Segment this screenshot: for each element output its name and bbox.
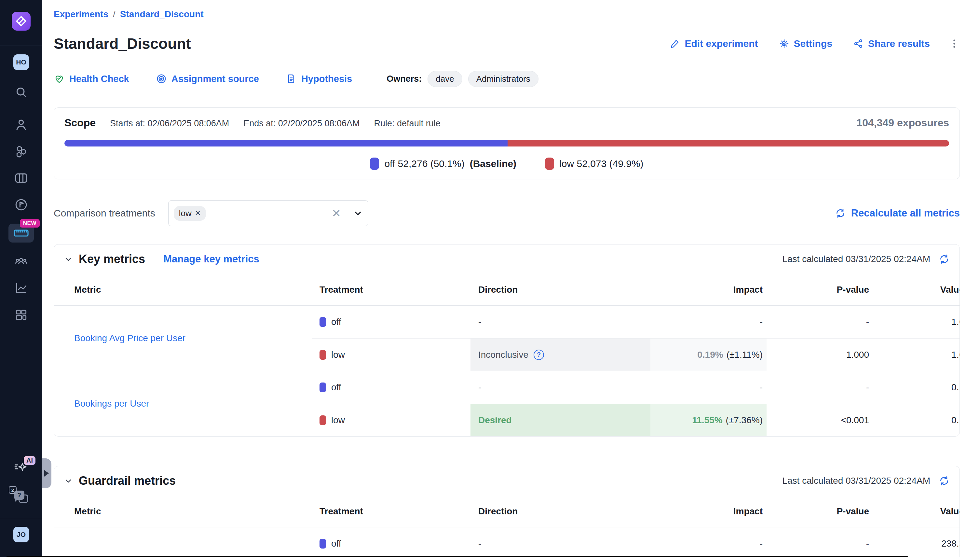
kebab-menu-icon (949, 38, 960, 49)
help-chat-icon[interactable]: ? 2 (13, 489, 29, 505)
impact-cell: 0.19% (±1.11%) (650, 338, 767, 371)
scope-header: Scope Starts at: 02/06/2025 08:06AM Ends… (64, 117, 949, 129)
search-icon[interactable] (13, 84, 29, 100)
impact-cell: - (650, 371, 767, 404)
ai-assistant-icon[interactable]: AI (13, 460, 29, 476)
column-header-value: Value (876, 495, 959, 527)
key-metrics-card: Key metrics Manage key metrics Last calc… (54, 244, 960, 436)
gear-icon (779, 38, 789, 49)
more-options-button[interactable] (949, 38, 960, 49)
refresh-icon[interactable] (939, 475, 950, 486)
flag-circle-icon[interactable] (13, 197, 29, 213)
value-cell: 0.1 (876, 371, 959, 404)
owners-label: Owners: (387, 74, 422, 84)
help-circle-icon[interactable]: ? (534, 350, 544, 360)
column-header-direction: Direction (470, 274, 650, 305)
metric-row-group: Average Downloads Promoters Alert off - … (54, 528, 959, 557)
impact-cell: 11.55% (±7.36%) (650, 404, 767, 436)
chevron-down-icon[interactable] (353, 208, 363, 218)
direction-cell: - (470, 528, 650, 557)
sidebar-item-experiments[interactable]: NEW (8, 224, 34, 243)
assignment-source-link[interactable]: Assignment source (156, 73, 259, 84)
dashboard-grid-icon[interactable] (13, 307, 29, 322)
pvalue-cell: <0.001 (767, 404, 876, 436)
owner-chip[interactable]: Administrators (468, 71, 538, 87)
allocation-bar-low (507, 140, 949, 147)
column-header-treatment: Treatment (312, 274, 470, 305)
comparison-treatments-select[interactable]: low ✕ ✕ (168, 200, 368, 226)
ruler-icon (13, 228, 29, 238)
table-header: Metric Treatment Direction Impact P-valu… (54, 274, 959, 306)
heart-check-icon (54, 73, 65, 84)
scope-rule: Rule: default rule (374, 119, 440, 129)
column-header-impact: Impact (650, 495, 767, 527)
share-icon (853, 38, 863, 49)
breadcrumb-current[interactable]: Standard_Discount (120, 9, 204, 20)
column-header-direction: Direction (470, 495, 650, 527)
settings-button[interactable]: Settings (779, 38, 832, 49)
direction-cell-inconclusive: Inconclusive ? (470, 338, 650, 371)
treatment-chip-low[interactable]: low ✕ (174, 206, 206, 221)
value-cell: 1.0 (876, 306, 959, 338)
owners-group: Owners: dave Administrators (387, 71, 538, 87)
value-cell: 238.3 (876, 528, 959, 557)
treatment-cell: off (312, 371, 470, 404)
statsig-logo-icon[interactable] (12, 12, 31, 31)
metric-row-group: Booking Avg Price per User off - - - 1.0… (54, 306, 959, 371)
guardrail-metrics-header: Guardrail metrics Last calculated 03/31/… (54, 466, 959, 495)
share-results-button[interactable]: Share results (853, 38, 930, 49)
user-icon[interactable] (13, 117, 29, 132)
column-header-metric: Metric (54, 495, 312, 527)
treatment-cell: off (312, 306, 470, 338)
metric-row-group: Bookings per User off - - - 0.1 low Desi… (54, 371, 959, 436)
treatment-swatch-off (320, 317, 326, 327)
sidebar-expand-handle[interactable] (42, 458, 51, 488)
workspace-avatar[interactable]: HO (13, 54, 29, 70)
user-avatar[interactable]: JO (13, 527, 29, 542)
title-row: Standard_Discount Edit experiment Settin… (54, 34, 960, 53)
scope-card: Scope Starts at: 02/06/2025 08:06AM Ends… (54, 107, 960, 179)
edit-experiment-button[interactable]: Edit experiment (670, 38, 758, 49)
direction-cell: - (470, 371, 650, 404)
allocation-bar-off (64, 140, 507, 147)
people-group-icon[interactable] (13, 254, 29, 269)
meta-row: Health Check Assignment source Hypothesi… (54, 71, 960, 86)
refresh-icon (835, 208, 846, 219)
health-check-link[interactable]: Health Check (54, 73, 129, 84)
sidebar-nav: NEW (8, 84, 34, 322)
hypothesis-link[interactable]: Hypothesis (286, 73, 352, 84)
treatment-cell: low (312, 338, 470, 371)
comparison-label: Comparison treatments (54, 208, 155, 219)
pvalue-cell: 1.000 (767, 338, 876, 371)
columns-icon[interactable] (13, 170, 29, 186)
impact-cell: - (650, 528, 767, 557)
last-calculated-text: Last calculated 03/31/2025 02:24AM (782, 476, 930, 486)
treatment-cell: low (312, 404, 470, 436)
line-chart-icon[interactable] (13, 280, 29, 296)
refresh-icon[interactable] (939, 254, 950, 265)
hexagons-icon[interactable] (13, 143, 29, 159)
collapse-chevron-icon[interactable] (64, 476, 73, 485)
page-title: Standard_Discount (54, 34, 191, 53)
breadcrumb-experiments[interactable]: Experiments (54, 9, 108, 20)
manage-key-metrics-link[interactable]: Manage key metrics (163, 253, 259, 265)
key-metrics-header: Key metrics Manage key metrics Last calc… (54, 244, 959, 274)
treatment-cell: off (312, 528, 470, 557)
metric-link[interactable]: Bookings per User (74, 399, 149, 409)
value-cell: 0.1 (876, 404, 959, 436)
legend-item-low: low 52,073 (49.9%) (545, 158, 644, 170)
target-icon (156, 73, 167, 84)
owner-chip[interactable]: dave (427, 71, 462, 87)
recalculate-all-metrics-button[interactable]: Recalculate all metrics (835, 207, 960, 219)
collapse-chevron-icon[interactable] (64, 254, 73, 264)
window-bottom-edge (7, 556, 908, 557)
chip-remove-icon[interactable]: ✕ (195, 209, 201, 217)
select-clear-icon[interactable]: ✕ (332, 208, 341, 219)
metric-link[interactable]: Booking Avg Price per User (74, 333, 185, 344)
chevron-right-icon (44, 470, 52, 477)
sidebar: HO (0, 0, 42, 557)
column-header-pvalue: P-value (767, 274, 876, 305)
comparison-row: Comparison treatments low ✕ ✕ Recalcul (54, 200, 960, 226)
scope-starts: Starts at: 02/06/2025 08:06AM (110, 119, 229, 129)
sidebar-bottom: AI ? 2 JO (0, 460, 42, 557)
